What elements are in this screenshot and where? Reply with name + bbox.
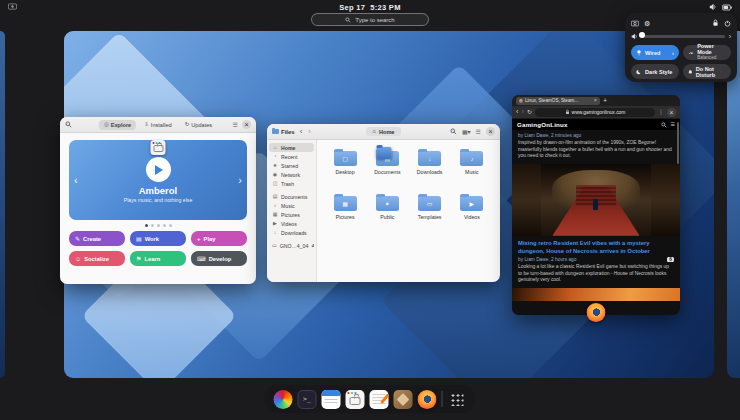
browser-window[interactable]: Linux, SteamOS, Steam… × + ‹ › ↻ www.gam… xyxy=(512,95,680,315)
close-icon[interactable]: × xyxy=(242,120,251,129)
boxes-app-icon[interactable] xyxy=(394,390,413,409)
firefox-app-icon[interactable] xyxy=(418,390,437,409)
sidebar-item-drive[interactable]: ▭GNO…4_04⏏ xyxy=(269,241,314,250)
menu-icon[interactable]: ⋮ xyxy=(658,109,664,115)
folder-music[interactable]: ♪Music xyxy=(451,149,493,189)
tab-explore[interactable]: ◎Explore xyxy=(99,120,136,130)
clock[interactable]: Sep 17 5:23 PM xyxy=(339,3,400,12)
browser-tab[interactable]: Linux, SteamOS, Steam… × xyxy=(516,97,600,105)
carousel-dot[interactable] xyxy=(169,224,172,227)
category-work-button[interactable]: ▤Work xyxy=(130,231,186,246)
carousel-dot[interactable] xyxy=(151,224,154,227)
eject-icon[interactable]: ⏏ xyxy=(311,243,314,248)
settings-gear-icon[interactable]: ⚙ xyxy=(644,20,650,27)
tab-close-icon[interactable]: × xyxy=(594,98,597,104)
files-window[interactable]: Files ‹ › ⌂ Home ▦▾ ☰ × ⌂Home ◔Recent ★S… xyxy=(267,124,500,282)
template-emblem-icon: ▭ xyxy=(418,196,441,211)
sidebar-item-recent[interactable]: ◔Recent xyxy=(269,152,314,161)
close-icon[interactable]: × xyxy=(486,127,495,136)
lock-icon[interactable] xyxy=(712,19,719,27)
site-logo[interactable]: GamingOnLinux xyxy=(517,121,568,128)
category-develop-button[interactable]: ⌨Develop xyxy=(191,251,247,266)
url-bar[interactable]: www.gamingonlinux.com xyxy=(535,108,655,117)
new-tab-icon[interactable]: + xyxy=(603,97,607,104)
back-icon[interactable]: ‹ xyxy=(516,108,519,116)
updates-icon: ↻ xyxy=(185,122,190,128)
console-app-icon[interactable]: >_ xyxy=(298,390,317,409)
pinwheel-app-icon[interactable] xyxy=(274,390,293,409)
article2-image[interactable] xyxy=(512,164,680,236)
do-not-disturb-toggle[interactable]: Do Not Disturb xyxy=(683,64,731,79)
system-status-area[interactable] xyxy=(709,3,732,11)
sidebar-item-documents[interactable]: ▤Documents xyxy=(269,192,314,201)
sidebar-item-pictures[interactable]: ▦Pictures xyxy=(269,210,314,219)
wired-expand-icon[interactable]: › xyxy=(672,50,674,56)
screenshot-icon[interactable] xyxy=(631,20,639,27)
article2-title-link[interactable]: Mixing retro Resident Evil vibes with a … xyxy=(512,239,680,256)
sidebar-item-starred[interactable]: ★Starred xyxy=(269,161,314,170)
folder-downloads[interactable]: ↓Downloads xyxy=(409,149,451,189)
close-icon[interactable]: × xyxy=(667,108,676,117)
browser-tab-bar: Linux, SteamOS, Steam… × + xyxy=(512,95,680,106)
folder-public[interactable]: ✶Public xyxy=(366,194,408,234)
reload-icon[interactable]: ↻ xyxy=(527,109,532,115)
power-icon[interactable] xyxy=(724,20,731,27)
calendar-app-icon[interactable] xyxy=(322,390,341,409)
carousel-dot[interactable] xyxy=(157,224,160,227)
software-window[interactable]: ◎Explore ⇩Installed ↻Updates ☰ × ‹ › Amb… xyxy=(60,117,256,284)
view-toggle-icon[interactable]: ▦▾ xyxy=(462,128,471,135)
folder-desktop[interactable]: ▢Desktop xyxy=(324,149,366,189)
show-apps-grid-icon[interactable] xyxy=(448,390,467,409)
search-icon[interactable] xyxy=(661,122,667,128)
category-play-button[interactable]: +Play xyxy=(191,231,247,246)
carousel-dot[interactable] xyxy=(163,224,166,227)
search-input[interactable]: Type to search xyxy=(311,13,429,26)
breadcrumb[interactable]: ⌂ Home xyxy=(366,127,402,136)
sidebar-item-music[interactable]: ♪Music xyxy=(269,201,314,210)
menu-icon[interactable]: ☰ xyxy=(476,129,481,135)
article1-byline[interactable]: by Liam Dawe, 2 minutes ago xyxy=(512,130,680,139)
dark-style-toggle[interactable]: Dark Style xyxy=(631,64,679,79)
carousel-dots[interactable] xyxy=(60,224,256,227)
search-icon[interactable] xyxy=(450,128,457,135)
sidebar-item-videos[interactable]: ▶Videos xyxy=(269,219,314,228)
tab-updates[interactable]: ↻Updates xyxy=(180,120,217,130)
category-create-button[interactable]: ✎Create xyxy=(69,231,125,246)
back-icon[interactable]: ‹ xyxy=(299,128,304,136)
power-mode-toggle[interactable]: Power ModeBalanced xyxy=(683,45,731,60)
folder-pictures[interactable]: ▦Pictures xyxy=(324,194,366,234)
comments-count-badge[interactable]: 6 xyxy=(667,257,674,262)
dock-divider xyxy=(442,391,443,407)
volume-icon xyxy=(709,3,717,11)
menu-icon[interactable]: ☰ xyxy=(671,122,675,127)
scrollbar[interactable] xyxy=(677,122,679,164)
software-app-badge-icon xyxy=(151,140,166,155)
adjacent-workspace-left[interactable] xyxy=(0,31,5,378)
forward-icon[interactable]: › xyxy=(522,108,525,116)
next-article-thumbnail[interactable] xyxy=(512,288,680,301)
category-learn-button[interactable]: ⚑Learn xyxy=(130,251,186,266)
wired-network-toggle[interactable]: Wired › xyxy=(631,45,679,60)
audio-output-chevron-icon[interactable]: › xyxy=(729,33,731,40)
menu-icon[interactable]: ☰ xyxy=(233,122,238,128)
folder-templates[interactable]: ▭Templates xyxy=(409,194,451,234)
forward-icon[interactable]: › xyxy=(307,128,312,136)
category-socialize-button[interactable]: ☺Socialize xyxy=(69,251,125,266)
adjacent-workspace-right[interactable] xyxy=(727,31,740,378)
star-icon: ★ xyxy=(272,163,278,168)
search-icon[interactable] xyxy=(65,121,72,128)
folder-icon: ▭ xyxy=(418,196,441,211)
sidebar-item-trash[interactable]: ◫Trash xyxy=(269,179,314,188)
sidebar-item-network[interactable]: ◉Network xyxy=(269,170,314,179)
sidebar-item-downloads[interactable]: ↓Downloads xyxy=(269,228,314,237)
software-app-icon[interactable] xyxy=(346,390,365,409)
sidebar-item-home[interactable]: ⌂Home xyxy=(269,143,314,152)
folder-videos[interactable]: ▶Videos xyxy=(451,194,493,234)
tab-installed[interactable]: ⇩Installed xyxy=(139,120,176,130)
volume-slider[interactable]: › xyxy=(631,32,731,40)
text-editor-app-icon[interactable] xyxy=(370,390,389,409)
webpage-content[interactable]: GamingOnLinux ☰ by Liam Dawe, 2 minutes … xyxy=(512,119,680,315)
article2-excerpt: Looking a lot like a classic Resident Ev… xyxy=(512,263,680,285)
carousel-dot[interactable] xyxy=(145,224,148,227)
article2-byline[interactable]: by Liam Dawe, 2 hours ago xyxy=(518,257,576,262)
